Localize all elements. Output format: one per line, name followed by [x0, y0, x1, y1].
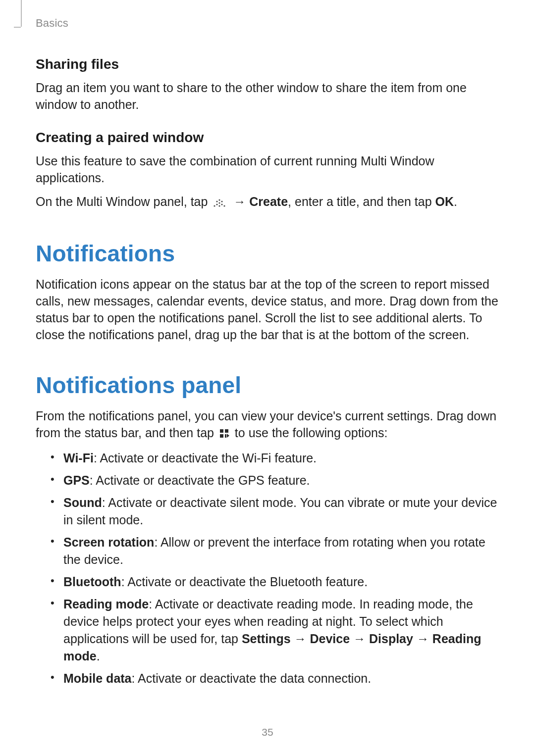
svg-rect-12 — [225, 434, 226, 438]
list-item: Bluetooth: Activate or deactivate the Bl… — [51, 573, 500, 591]
svg-point-2 — [219, 202, 220, 203]
list-item: GPS: Activate or deactivate the GPS feat… — [51, 472, 500, 489]
paragraph-paired-window-step: On the Multi Window panel, tap → Create,… — [36, 193, 500, 211]
options-list: Wi-Fi: Activate or deactivate the Wi-Fi … — [36, 450, 500, 687]
paragraph-paired-window-1: Use this feature to save the combination… — [36, 152, 500, 186]
option-label: Wi-Fi — [63, 451, 94, 465]
paragraph-panel-intro: From the notifications panel, you can vi… — [36, 407, 500, 443]
path-display: Display — [369, 632, 413, 646]
multiwindow-panel-icon — [213, 195, 228, 211]
option-desc: : Activate or deactivate the Bluetooth f… — [121, 575, 368, 589]
option-label: Bluetooth — [63, 575, 121, 589]
svg-point-4 — [224, 205, 225, 206]
svg-point-5 — [216, 201, 218, 202]
option-desc: : Activate or deactivate silent mode. Yo… — [63, 496, 497, 527]
svg-rect-9 — [220, 429, 223, 433]
path-settings: Settings — [242, 632, 291, 646]
option-label: Screen rotation — [63, 535, 154, 549]
option-label: Reading mode — [63, 597, 149, 611]
section-title-notifications-panel: Notifications panel — [36, 372, 500, 399]
subheading-sharing-files: Sharing files — [36, 56, 500, 72]
page-header: Basics — [36, 17, 500, 30]
step-text-suffix: . — [454, 195, 457, 208]
list-item: Screen rotation: Allow or prevent the in… — [51, 534, 500, 568]
svg-point-8 — [219, 205, 220, 206]
list-item: Wi-Fi: Activate or deactivate the Wi-Fi … — [51, 450, 500, 467]
arrow-icon: → — [233, 195, 246, 208]
list-item: Reading mode: Activate or deactivate rea… — [51, 596, 500, 665]
subheading-paired-window: Creating a paired window — [36, 130, 500, 146]
svg-rect-10 — [225, 429, 228, 433]
svg-point-3 — [221, 203, 223, 205]
page-number: 35 — [0, 726, 535, 738]
breadcrumb: Basics — [36, 17, 68, 29]
header-divider-vertical — [21, 0, 22, 27]
list-item: Mobile data: Activate or deactivate the … — [51, 670, 500, 687]
arrow-icon: → — [294, 632, 307, 646]
document-page: Basics Sharing files Drag an item you wa… — [0, 0, 535, 687]
create-label: Create — [249, 195, 288, 208]
paragraph-notifications: Notification icons appear on the status … — [36, 276, 500, 343]
option-desc: : Activate or deactivate the data connec… — [132, 671, 372, 685]
svg-point-6 — [221, 201, 223, 202]
panel-intro-suffix: to use the following options: — [231, 426, 387, 440]
svg-point-1 — [216, 203, 218, 205]
quick-settings-grid-icon — [219, 426, 229, 443]
arrow-icon: → — [417, 632, 429, 646]
section-title-notifications: Notifications — [36, 240, 500, 267]
option-label: Sound — [63, 496, 102, 509]
svg-point-0 — [214, 205, 215, 206]
option-desc-suffix: . — [97, 649, 100, 663]
svg-point-7 — [219, 199, 220, 201]
svg-rect-11 — [220, 434, 223, 438]
option-desc: : Activate or deactivate the Wi-Fi featu… — [94, 451, 317, 465]
paragraph-sharing-files: Drag an item you want to share to the ot… — [36, 79, 500, 113]
step-text-mid: , enter a title, and then tap — [288, 195, 435, 208]
header-divider-horizontal — [14, 27, 21, 28]
option-desc: : Activate or deactivate the GPS feature… — [90, 473, 310, 487]
step-text-prefix: On the Multi Window panel, tap — [36, 195, 211, 208]
option-label: Mobile data — [63, 671, 132, 685]
option-label: GPS — [63, 473, 90, 487]
list-item: Sound: Activate or deactivate silent mod… — [51, 494, 500, 529]
arrow-icon: → — [353, 632, 366, 646]
svg-marker-13 — [227, 434, 229, 438]
path-device: Device — [310, 632, 350, 646]
ok-label: OK — [435, 195, 454, 208]
